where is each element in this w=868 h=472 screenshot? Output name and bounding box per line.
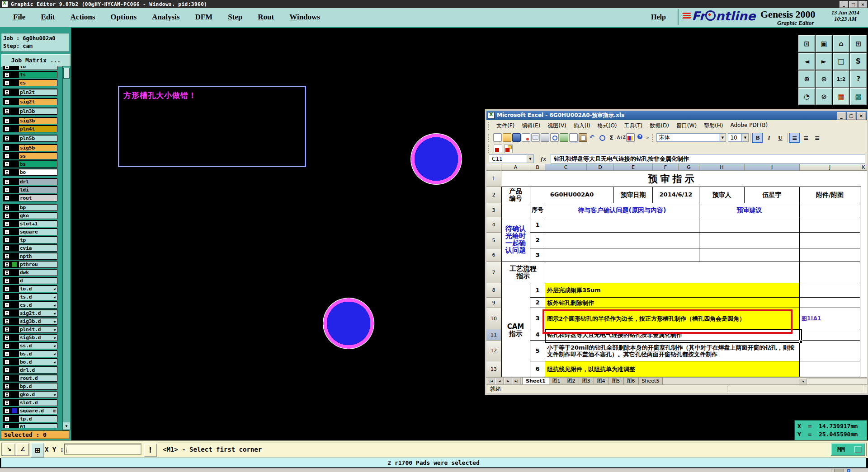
layer-color-swatch[interactable] — [12, 425, 17, 429]
column-header[interactable]: A — [501, 164, 530, 171]
layer-color-swatch[interactable] — [12, 416, 17, 421]
menu-item[interactable]: DFM — [187, 13, 220, 22]
column-header[interactable]: B — [530, 164, 545, 171]
formula-input[interactable]: 钻孔和焊盘等大且无电气连接的钻孔按非金属化制作 — [551, 154, 865, 164]
layer-checkbox[interactable] — [5, 262, 9, 267]
layer-color-swatch[interactable] — [12, 303, 17, 308]
menu-item[interactable]: Edit — [33, 13, 62, 22]
layer-row[interactable]: pln2t — [3, 89, 57, 96]
excel-toolbar-icon[interactable] — [579, 133, 587, 142]
layer-color-swatch[interactable] — [12, 179, 17, 184]
round-pad-object[interactable] — [410, 133, 462, 185]
layer-checkbox[interactable] — [5, 118, 9, 123]
cell-seq-number[interactable]: 1 — [530, 217, 545, 233]
layer-row[interactable]: tp.d — [3, 415, 57, 422]
layer-name-label[interactable]: ldi — [19, 187, 57, 193]
genesis-tool-button[interactable]: ⊘ — [816, 88, 832, 105]
layer-checkbox[interactable] — [5, 246, 9, 251]
layer-checkbox[interactable] — [5, 72, 9, 77]
insert-function-icon[interactable]: ƒx — [540, 155, 546, 163]
row-header[interactable]: 6 — [486, 248, 501, 262]
layer-row[interactable]: drl — [3, 178, 57, 185]
genesis-tool-button[interactable]: ⌂ — [833, 35, 849, 52]
layer-checkbox[interactable] — [5, 303, 9, 308]
genesis-tool-button[interactable]: ▦ — [833, 88, 849, 105]
sheet-tab[interactable]: Sheet5 — [638, 378, 663, 385]
convert-to-pdf-icon[interactable] — [494, 145, 502, 153]
layer-color-swatch[interactable] — [12, 126, 17, 131]
row-header[interactable]: 4 — [486, 217, 501, 233]
layer-row[interactable]: npth — [3, 252, 57, 260]
row-header[interactable]: 9 — [486, 298, 501, 308]
align-center-button[interactable]: ≡ — [801, 133, 811, 143]
layer-row[interactable]: dwk — [3, 269, 57, 276]
layer-checkbox[interactable] — [5, 278, 9, 283]
layer-color-swatch[interactable] — [12, 254, 17, 259]
layer-row[interactable]: cs.d▶ — [3, 301, 57, 308]
genesis-tool-button[interactable]: □ — [833, 53, 849, 70]
layer-name-label[interactable]: ss.d▶ — [19, 343, 57, 349]
layer-name-label[interactable]: pthrou — [19, 262, 57, 267]
layer-name-label[interactable]: square — [19, 229, 57, 235]
layer-checkbox[interactable] — [5, 205, 9, 210]
cell-empty[interactable] — [699, 217, 800, 233]
genesis-tool-button[interactable]: ? — [850, 70, 867, 88]
cell-seq-number[interactable]: 1 — [530, 283, 545, 298]
layer-name-label[interactable]: bs.d▶ — [19, 351, 57, 357]
cell-empty[interactable] — [501, 203, 530, 217]
cell-reviewer-label[interactable]: 预审人 — [699, 187, 745, 203]
excel-toolbar-icon[interactable] — [550, 133, 559, 142]
tab-last-button[interactable]: ▶| — [513, 378, 521, 385]
layer-color-swatch[interactable] — [12, 187, 17, 192]
layer-checkbox[interactable] — [5, 80, 9, 85]
row-header[interactable]: 2 — [486, 187, 501, 203]
excel-menu-item[interactable]: 工具(T) — [621, 122, 646, 130]
layer-checkbox[interactable] — [5, 136, 9, 141]
layer-color-swatch[interactable] — [12, 221, 17, 226]
layer-name-label[interactable]: tp — [19, 237, 57, 243]
cell-attachment-link[interactable]: 图1!A1 — [800, 308, 860, 329]
cell-seq-number[interactable]: 6 — [530, 361, 545, 377]
layer-color-swatch[interactable] — [12, 360, 17, 365]
layer-color-swatch[interactable] — [12, 118, 17, 123]
excel-toolbar-icon[interactable] — [636, 133, 644, 142]
layer-row[interactable]: pln3b — [3, 107, 57, 115]
layer-row[interactable]: pln4t.d▶ — [3, 326, 57, 333]
layer-color-swatch[interactable] — [12, 319, 17, 324]
row-header[interactable]: 5 — [486, 233, 501, 248]
close-button[interactable]: × — [859, 1, 867, 8]
layer-name-label[interactable]: pln5b — [19, 136, 57, 141]
genesis-tool-button[interactable]: 1:2 — [833, 70, 849, 88]
cell-name-box[interactable]: C11▼ — [489, 154, 534, 163]
sheet-tab[interactable]: 图5 — [609, 378, 624, 385]
sheet-tab[interactable]: Sheet1 — [522, 378, 549, 385]
maximize-button[interactable]: □ — [849, 1, 858, 8]
layer-row[interactable]: to — [3, 66, 57, 70]
layer-row[interactable]: d — [3, 277, 57, 284]
cell-empty[interactable] — [545, 262, 800, 283]
layer-row[interactable]: bp.d — [3, 383, 57, 390]
sheet-tab[interactable]: 图3 — [579, 378, 594, 385]
row-header[interactable]: 7 — [486, 262, 501, 283]
layer-color-swatch[interactable] — [12, 80, 17, 85]
layer-checkbox[interactable] — [5, 408, 9, 413]
layer-row[interactable]: sig2t — [3, 98, 57, 105]
layer-row[interactable]: gko.d▶ — [3, 391, 57, 398]
excel-menu-item[interactable]: 窗口(W) — [673, 122, 700, 130]
layer-row[interactable]: cs — [3, 79, 57, 86]
cell-empty[interactable] — [545, 233, 699, 248]
cell-empty[interactable] — [800, 233, 860, 248]
layer-name-label[interactable]: sig5b — [19, 145, 57, 151]
layer-color-swatch[interactable] — [12, 351, 17, 356]
column-header[interactable]: F — [653, 164, 679, 171]
column-header[interactable]: J — [800, 164, 860, 171]
sheet-tab[interactable]: 图4 — [594, 378, 609, 385]
genesis-tool-button[interactable]: ► — [816, 53, 832, 70]
layer-color-swatch[interactable] — [12, 384, 17, 389]
layer-color-swatch[interactable] — [12, 392, 17, 397]
cell-cam-instruction[interactable]: 外层完成铜厚35um — [545, 283, 800, 298]
layer-checkbox[interactable] — [5, 109, 9, 114]
excel-toolbar-icon[interactable] — [569, 133, 578, 142]
cell-review-date-label[interactable]: 预审日期 — [614, 187, 653, 203]
cell-product-label[interactable]: 产品 编号 — [501, 187, 530, 203]
